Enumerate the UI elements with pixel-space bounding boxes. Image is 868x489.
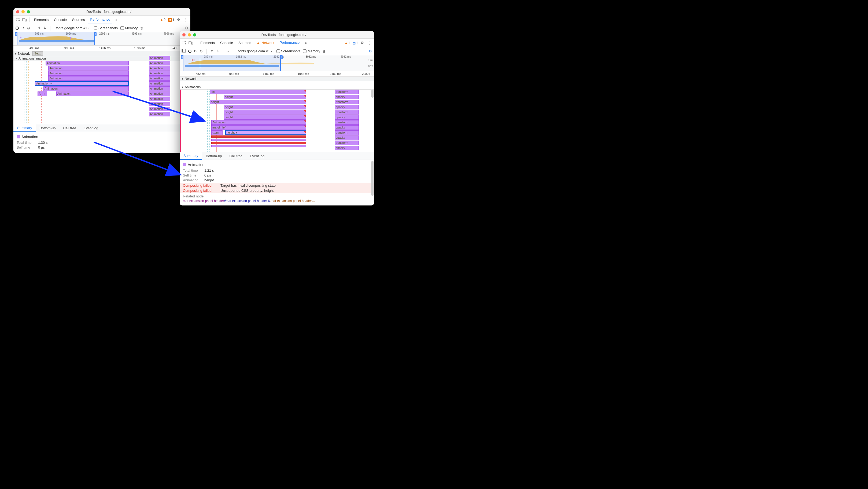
animation-bar[interactable]: Animation: [149, 81, 170, 86]
animation-bar[interactable]: Animation: [149, 102, 170, 106]
animation-bar[interactable]: Animation: [48, 71, 129, 75]
upload-icon[interactable]: ⇧: [211, 49, 213, 53]
animation-bar[interactable]: height: [224, 110, 306, 115]
download-icon[interactable]: ⇩: [216, 49, 219, 53]
animation-bar[interactable]: transform: [335, 110, 359, 115]
animation-bar[interactable]: Animation: [43, 86, 129, 91]
memory-checkbox[interactable]: Memory: [120, 26, 137, 30]
animation-bar[interactable]: [211, 139, 306, 141]
tab-network[interactable]: ▲ Network: [254, 39, 276, 47]
animation-bar[interactable]: Animation: [48, 76, 129, 81]
animation-bar[interactable]: [211, 145, 306, 147]
memory-checkbox[interactable]: Memory: [303, 49, 320, 53]
tab-performance[interactable]: Performance: [88, 16, 112, 24]
tab-elements[interactable]: Elements: [198, 39, 217, 47]
selected-range[interactable]: [17, 32, 95, 45]
animation-bar[interactable]: margin-left: [211, 125, 306, 130]
animation-bar[interactable]: transform: [335, 120, 359, 125]
selected-range[interactable]: [183, 55, 281, 71]
tab-console[interactable]: Console: [52, 16, 69, 24]
animation-bar[interactable]: Animation: [149, 112, 170, 116]
animation-bar[interactable]: Animation: [149, 66, 170, 70]
animation-bar[interactable]: Animation: [211, 120, 306, 125]
animation-bar-selected[interactable]: Animation: [35, 81, 129, 86]
device-icon[interactable]: [22, 17, 27, 23]
time-ruler[interactable]: 482 ms 982 ms 1482 ms 1982 ms 2482 ms 29…: [180, 71, 374, 77]
gc-icon[interactable]: 🗑: [140, 27, 143, 30]
titlebar[interactable]: DevTools - fonts.google.com/: [180, 31, 374, 39]
related-node-link[interactable]: mat-expansion-panel-header#mat-expansion…: [183, 199, 371, 203]
time-ruler[interactable]: 496 ms 996 ms 1496 ms 1996 ms 2496: [13, 45, 190, 51]
tab-call-tree[interactable]: Call tree: [60, 124, 80, 132]
collapsed-ellipsis[interactable]: …: [180, 81, 374, 85]
flame-chart[interactable]: ▶Network tSe… ▼Animations imation Animat…: [13, 51, 190, 124]
animation-bar[interactable]: Animation: [149, 76, 170, 81]
animation-bar[interactable]: Animation: [149, 107, 170, 111]
animation-bar[interactable]: [211, 142, 306, 144]
inspect-icon[interactable]: [16, 17, 21, 23]
animation-bar[interactable]: Animation: [149, 71, 170, 75]
clear-icon[interactable]: ⊘: [27, 26, 30, 30]
animation-bar[interactable]: Animation: [149, 91, 170, 96]
animation-bar[interactable]: opacity: [335, 105, 359, 110]
messages-badge[interactable]: ▤1: [352, 41, 358, 45]
gc-icon[interactable]: 🗑: [323, 50, 326, 53]
animation-bar[interactable]: height: [224, 105, 306, 110]
animation-bar[interactable]: transform: [335, 90, 359, 94]
issues-badge[interactable]: ■1: [168, 18, 174, 22]
tab-summary[interactable]: Summary: [180, 152, 202, 160]
upload-icon[interactable]: ⇧: [38, 26, 41, 30]
tab-bottom-up[interactable]: Bottom-up: [202, 152, 226, 160]
network-item[interactable]: tSe…: [32, 51, 43, 56]
range-handle-right[interactable]: ||: [94, 32, 96, 36]
animation-bar-selected[interactable]: height: [225, 130, 306, 135]
capture-settings-icon[interactable]: ⚙: [185, 26, 188, 30]
animation-bar[interactable]: A…n: [37, 91, 47, 96]
flame-chart[interactable]: ▼Network … ▼Animations left height heigh…: [180, 77, 374, 152]
close-icon[interactable]: [16, 10, 19, 13]
settings-icon[interactable]: ⚙: [361, 41, 364, 45]
zoom-icon[interactable]: [193, 33, 196, 36]
animation-bar[interactable]: Animation: [48, 66, 129, 70]
animation-bar[interactable]: height: [210, 100, 306, 104]
sidebar-toggle-icon[interactable]: [182, 49, 186, 53]
tab-more[interactable]: »: [114, 16, 120, 24]
minimize-icon[interactable]: [22, 10, 25, 13]
tab-console[interactable]: Console: [218, 39, 235, 47]
animation-bar[interactable]: transform: [335, 100, 359, 104]
network-track-header[interactable]: ▶Network tSe…: [13, 51, 190, 56]
download-icon[interactable]: ⇩: [43, 26, 46, 30]
animation-bar[interactable]: height: [224, 115, 306, 120]
animation-bar[interactable]: opacity: [335, 115, 359, 120]
tab-event-log[interactable]: Event log: [246, 152, 268, 160]
screenshots-checkbox[interactable]: Screenshots: [94, 26, 118, 30]
animation-bar[interactable]: transform: [335, 141, 359, 145]
overview-minimap[interactable]: 996 ms 1996 ms 2996 ms 3996 ms 4996 ms |…: [13, 32, 190, 45]
animation-bar[interactable]: left: [210, 90, 306, 94]
zoom-icon[interactable]: [27, 10, 30, 13]
titlebar[interactable]: DevTools - fonts.google.com/: [13, 8, 190, 16]
warnings-badge[interactable]: ▲2: [160, 18, 166, 22]
animation-bar[interactable]: opacity: [335, 95, 359, 99]
tab-sources[interactable]: Sources: [236, 39, 253, 47]
scrollbar-thumb[interactable]: [371, 90, 374, 98]
tab-elements[interactable]: Elements: [32, 16, 51, 24]
animation-bar[interactable]: Animation: [56, 91, 129, 96]
home-icon[interactable]: ⌂: [227, 49, 229, 53]
kebab-icon[interactable]: ⋮: [367, 40, 372, 45]
animation-bar[interactable]: height: [224, 95, 306, 99]
animation-bar[interactable]: opacity: [335, 125, 359, 130]
tab-call-tree[interactable]: Call tree: [226, 152, 246, 160]
tab-sources[interactable]: Sources: [70, 16, 87, 24]
animation-bar[interactable]: Animation: [149, 61, 170, 65]
animation-bar[interactable]: transform: [335, 130, 359, 135]
capture-settings-icon[interactable]: ⚙: [369, 49, 372, 53]
clear-icon[interactable]: ⊘: [200, 49, 203, 53]
animation-bar[interactable]: [211, 135, 306, 137]
network-track-header[interactable]: ▼Network: [180, 77, 374, 81]
animation-bar[interactable]: Animation: [45, 61, 129, 65]
record-icon[interactable]: [188, 50, 191, 53]
tab-more[interactable]: »: [303, 39, 309, 47]
target-select[interactable]: fonts.google.com #1: [237, 49, 274, 54]
animation-bar[interactable]: opacity: [335, 146, 359, 150]
